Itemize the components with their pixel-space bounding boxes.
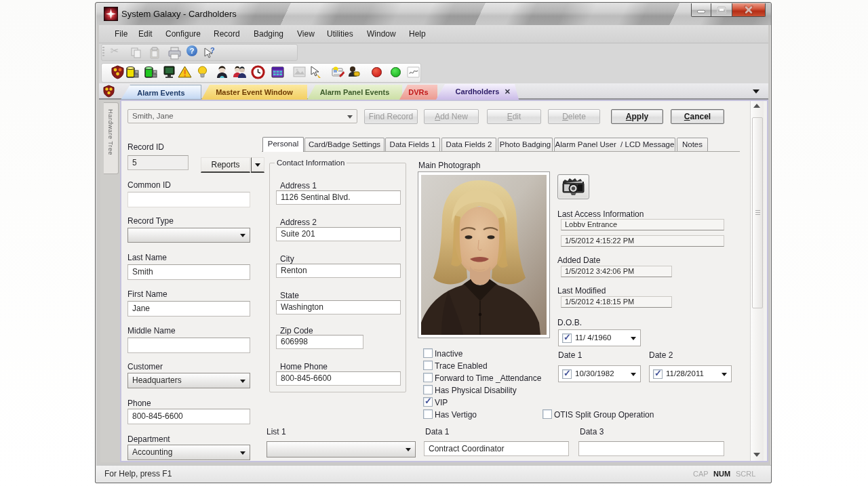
svg-text:?: ?	[210, 46, 215, 54]
